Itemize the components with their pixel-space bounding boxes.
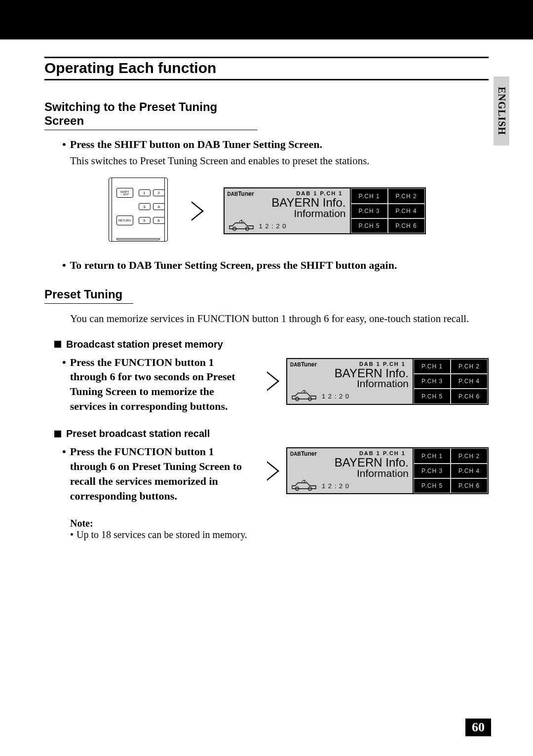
remote-return-button: RETURN [116,216,133,225]
recall-step: • Press the FUNCTION button 1 through 6 … [62,444,252,503]
bullet-dot: • [62,259,66,272]
bullet-dot: • [62,138,66,151]
remote-shift-button: SHIFT ← EXIT [116,188,133,198]
square-bullet-icon [54,431,61,437]
car-icon [290,480,318,492]
bullet-dot: • [62,355,66,414]
section-title: Operating Each function [44,57,489,80]
figure-row-1: SHIFT ← EXIT 1 2 3 4 RETURN 5 6 DABTuner… [44,178,489,244]
memory-heading: Broadcast station preset memory [54,339,489,350]
lcd-pch-3: P.CH 3 [351,204,388,218]
preset-intro: You can memorize services in FUNCTION bu… [70,312,489,325]
remote-btn-5: 5 [139,217,151,224]
recall-heading: Preset broadcast station recall [54,428,489,439]
switching-heading: Switching to the Preset Tuning Screen [44,100,258,130]
lcd-screen-2: DABTuner DAB 1 P.CH 1 BAYERN Info. Infor… [286,358,489,405]
page-number: 60 [465,719,491,736]
remote-diagram: SHIFT ← EXIT 1 2 3 4 RETURN 5 6 [108,178,172,244]
lcd-screen-1: DABTuner DAB 1 P.CH 1 BAYERN Info. Infor… [224,187,426,234]
preset-heading: Preset Tuning [44,288,133,304]
lcd-screen-3: DABTuner DAB 1 P.CH 1 BAYERN Info. Infor… [286,447,489,494]
lcd-pch-4: P.CH 4 [388,204,425,218]
remote-btn-1: 1 [139,189,151,196]
remote-btn-3: 3 [139,203,151,210]
car-icon [228,220,255,232]
lcd-pch-2: P.CH 2 [388,188,425,203]
remote-btn-4: 4 [153,203,165,210]
lcd-time: 1 2 : 2 0 [259,222,287,230]
remote-btn-2: 2 [153,189,165,196]
lcd-pch-5: P.CH 5 [351,218,388,233]
lcd-pch-1: P.CH 1 [351,188,388,203]
top-black-band [0,0,533,39]
pointer-icon [267,461,279,481]
lcd-sub-text: Information [228,209,347,218]
lcd-pch-6: P.CH 6 [388,218,425,233]
lcd-main-text: BAYERN Info. [228,197,347,209]
return-text: To return to DAB Tuner Setting Screen, p… [70,259,397,272]
bullet-dot: • [62,444,66,503]
note-label: Note: [70,518,489,529]
step-body: This switches to Preset Tuning Screen an… [70,154,489,168]
step-text: Press the SHIFT button on DAB Tuner Sett… [70,138,322,151]
note-item: • Up to 18 services can be stored in mem… [70,529,489,540]
square-bullet-icon [54,341,61,348]
car-icon [290,390,318,402]
pointer-icon [267,371,279,391]
remote-btn-6: 6 [153,217,165,224]
return-note: • To return to DAB Tuner Setting Screen,… [62,259,489,272]
memory-step: • Press the FUNCTION button 1 through 6 … [62,355,252,414]
pointer-icon [191,201,204,221]
step-press-shift: • Press the SHIFT button on DAB Tuner Se… [62,138,489,151]
